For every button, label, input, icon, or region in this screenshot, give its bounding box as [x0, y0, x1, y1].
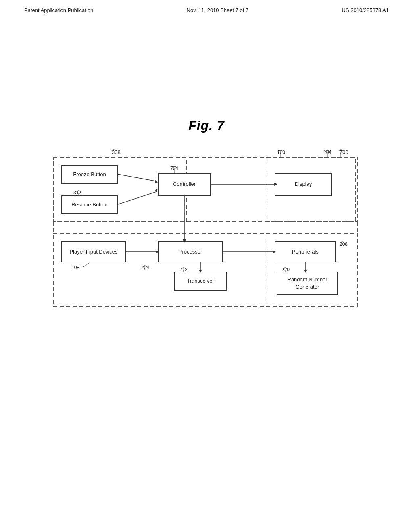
header-left: Patent Application Publication	[24, 7, 93, 13]
svg-line-34	[83, 263, 90, 267]
svg-text:108: 108	[71, 265, 79, 270]
svg-text:Peripherals: Peripherals	[292, 249, 319, 255]
svg-text:Controller: Controller	[173, 181, 196, 187]
diagram-svg: 308 700 Freeze Button Resume Button 312 …	[49, 145, 364, 314]
header-middle: Nov. 11, 2010 Sheet 7 of 7	[187, 7, 249, 13]
figure-title: Fig. 7	[0, 118, 413, 133]
header-right: US 2010/285878 A1	[342, 7, 389, 13]
svg-line-27	[118, 191, 157, 204]
svg-text:308: 308	[112, 149, 121, 155]
svg-text:Transceiver: Transceiver	[187, 278, 214, 284]
svg-marker-26	[155, 180, 158, 183]
svg-text:Resume Button: Resume Button	[71, 202, 108, 208]
svg-text:Display: Display	[295, 181, 312, 187]
svg-text:Generator: Generator	[296, 284, 319, 290]
svg-text:Player Input Devices: Player Input Devices	[69, 249, 118, 255]
svg-rect-45	[277, 272, 338, 294]
svg-text:Processor: Processor	[179, 249, 202, 255]
svg-text:Freeze Button: Freeze Button	[73, 171, 106, 177]
svg-text:Random Number: Random Number	[288, 276, 328, 283]
svg-line-25	[118, 174, 157, 181]
diagram-area: 308 700 Freeze Button Resume Button 312 …	[49, 145, 364, 314]
page-header: Patent Application Publication Nov. 11, …	[0, 0, 413, 13]
